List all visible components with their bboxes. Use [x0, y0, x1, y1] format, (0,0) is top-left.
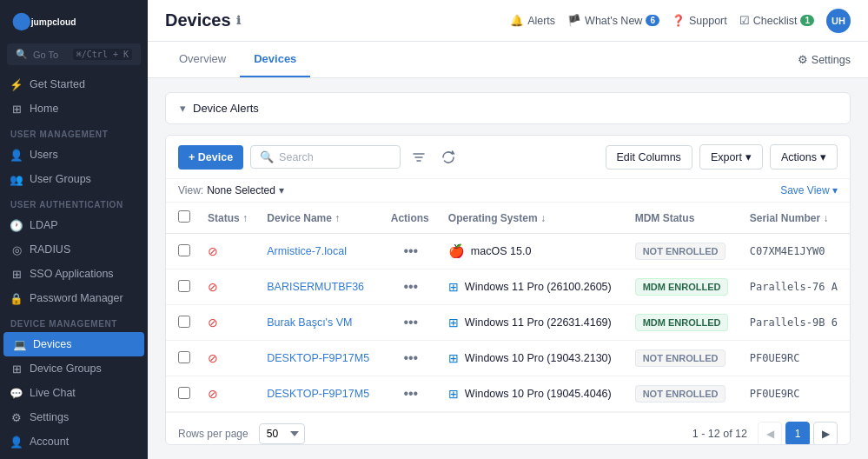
row-actions-button[interactable]: ••• [398, 313, 423, 332]
sort-icon: ↑ [335, 212, 340, 224]
goto-search[interactable]: 🔍 Go To ⌘/Ctrl + K [7, 43, 141, 65]
sidebar-item-radius[interactable]: ◎ RADIUS [0, 237, 148, 262]
support-button[interactable]: ❓ Support [672, 14, 727, 27]
table-body: ⊘ Armistice-7.local ••• 🍎macOS 15.0 NOT … [166, 234, 850, 412]
serial-number-cell: PF0UE9RC [741, 341, 850, 376]
checklist-badge: 1 [800, 15, 814, 26]
table-row: ⊘ Burak Başcı's VM ••• ⊞Windows 11 Pro (… [166, 305, 850, 341]
mdm-status-badge: NOT ENROLLED [635, 385, 726, 402]
row-actions-cell[interactable]: ••• [382, 376, 440, 412]
col-os[interactable]: Operating System ↓ [440, 203, 626, 234]
sidebar-item-live-chat[interactable]: 💬 Live Chat [0, 381, 148, 405]
col-serial[interactable]: Serial Number ↓ [741, 203, 850, 234]
row-actions-button[interactable]: ••• [398, 242, 423, 261]
next-page-button[interactable]: ▶ [813, 422, 838, 445]
search-input[interactable] [279, 151, 391, 163]
sidebar-item-password-manager[interactable]: 🔒 Password Manager [0, 286, 148, 310]
row-actions-button[interactable]: ••• [398, 384, 423, 403]
sidebar-item-collapse[interactable]: ◀ Collapse Menu [0, 454, 148, 459]
export-button[interactable]: Export ▾ [699, 144, 763, 170]
row-actions-button[interactable]: ••• [398, 277, 423, 296]
device-alerts-banner[interactable]: ▾ Device Alerts [165, 92, 851, 124]
row-checkbox[interactable] [178, 280, 190, 292]
device-link[interactable]: Burak Başcı's VM [267, 316, 352, 329]
user-icon: 👤 [10, 149, 23, 161]
sidebar-item-device-groups[interactable]: ⊞ Device Groups [0, 356, 148, 381]
device-link[interactable]: Armistice-7.local [267, 245, 347, 257]
sidebar-item-users[interactable]: 👤 Users [0, 143, 148, 167]
status-cell: ⊘ [199, 269, 258, 305]
sidebar-item-sso[interactable]: ⊞ SSO Applications [0, 262, 148, 286]
row-actions-cell[interactable]: ••• [382, 269, 440, 305]
view-bar: View: None Selected ▾ Save View ▾ [166, 179, 850, 203]
col-status[interactable]: Status ↑ [199, 203, 258, 234]
device-name-cell[interactable]: Armistice-7.local [258, 234, 381, 269]
windows-icon: ⊞ [448, 280, 459, 294]
pagination-controls: ◀ 1 ▶ [758, 422, 838, 445]
main-content: Devices ℹ 🔔 Alerts 🏴 What's New 6 ❓ Supp… [148, 0, 868, 459]
avatar[interactable]: UH [826, 9, 851, 33]
device-name-cell[interactable]: DESKTOP-F9P17M5 [258, 341, 381, 376]
sidebar-item-devices[interactable]: 💻 Devices [3, 332, 144, 356]
tabs-list: Overview Devices [165, 42, 310, 77]
sidebar: jumpcloud 🔍 Go To ⌘/Ctrl + K ⚡ Get Start… [0, 0, 148, 459]
apple-icon: 🍎 [448, 243, 465, 259]
row-checkbox-cell[interactable] [166, 376, 199, 412]
col-device-name[interactable]: Device Name ↑ [258, 203, 381, 234]
device-name-cell[interactable]: Burak Başcı's VM [258, 305, 381, 341]
filter-button[interactable] [407, 146, 430, 169]
status-cell: ⊘ [199, 341, 258, 376]
prev-page-button[interactable]: ◀ [758, 422, 782, 445]
device-name-cell[interactable]: DESKTOP-F9P17M5 [258, 376, 381, 412]
checklist-button[interactable]: ☑ Checklist 1 [739, 14, 814, 27]
mdm-status-badge: MDM ENROLLED [635, 278, 729, 296]
col-checkbox[interactable] [166, 203, 199, 234]
row-checkbox-cell[interactable] [166, 341, 199, 376]
search-box[interactable]: 🔍 [250, 145, 401, 169]
serial-number: Parallels-76 A [750, 281, 838, 293]
tab-devices[interactable]: Devices [240, 42, 310, 77]
row-checkbox[interactable] [178, 316, 190, 328]
tab-overview[interactable]: Overview [165, 42, 240, 77]
rows-per-page-select[interactable]: 50 10 25 100 [259, 423, 305, 444]
flag-icon: 🏴 [567, 14, 581, 27]
actions-button[interactable]: Actions ▾ [770, 144, 838, 170]
device-link[interactable]: BARISERMUTBF36 [267, 281, 364, 293]
sidebar-item-user-groups[interactable]: 👥 User Groups [0, 167, 148, 191]
refresh-button[interactable] [437, 146, 460, 169]
view-selector[interactable]: View: None Selected ▾ [178, 184, 284, 196]
sidebar-item-get-started[interactable]: ⚡ Get Started [0, 72, 148, 96]
os-cell: ⊞Windows 10 Pro (19045.4046) [440, 376, 626, 412]
tabs-bar: Overview Devices ⚙ Settings [148, 42, 868, 78]
device-link[interactable]: DESKTOP-F9P17M5 [267, 352, 369, 364]
whats-new-button[interactable]: 🏴 What's New 6 [567, 14, 659, 27]
save-view-button[interactable]: Save View ▾ [780, 184, 838, 196]
row-actions-cell[interactable]: ••• [382, 234, 440, 269]
row-checkbox[interactable] [178, 387, 190, 399]
page-title: Devices ℹ [165, 10, 241, 30]
row-checkbox[interactable] [178, 244, 190, 256]
row-actions-cell[interactable]: ••• [382, 341, 440, 376]
settings-link[interactable]: ⚙ Settings [798, 53, 851, 66]
row-actions-button[interactable]: ••• [398, 349, 423, 368]
row-checkbox-cell[interactable] [166, 269, 199, 305]
edit-columns-button[interactable]: Edit Columns [606, 145, 692, 170]
sidebar-item-account[interactable]: 👤 Account [0, 429, 148, 454]
sidebar-item-ldap[interactable]: 🕐 LDAP [0, 213, 148, 237]
add-device-button[interactable]: + Device [178, 145, 243, 170]
row-actions-cell[interactable]: ••• [382, 305, 440, 341]
row-checkbox-cell[interactable] [166, 305, 199, 341]
device-link[interactable]: DESKTOP-F9P17M5 [267, 388, 369, 400]
row-checkbox-cell[interactable] [166, 234, 199, 269]
table-footer: Rows per page 50 10 25 100 1 - 12 of 12 … [166, 412, 850, 445]
chevron-right-icon: ▾ [180, 102, 186, 115]
select-all-checkbox[interactable] [178, 210, 190, 223]
sidebar-item-home[interactable]: ⊞ Home [0, 96, 148, 121]
info-icon[interactable]: ℹ [236, 14, 241, 27]
sidebar-item-settings[interactable]: ⚙ Settings [0, 405, 148, 429]
device-name-cell[interactable]: BARISERMUTBF36 [258, 269, 381, 305]
alerts-button[interactable]: 🔔 Alerts [510, 14, 555, 27]
page-1-button[interactable]: 1 [785, 422, 810, 445]
serial-number-cell: C07XM4E1JYW0 [741, 234, 850, 269]
row-checkbox[interactable] [178, 351, 190, 363]
